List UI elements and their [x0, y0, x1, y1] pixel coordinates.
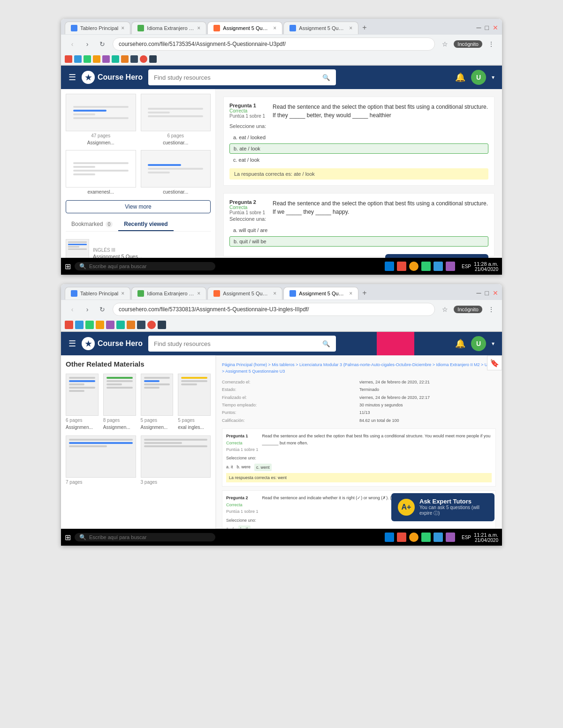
view-more-button[interactable]: View more — [66, 200, 211, 213]
forward-button[interactable]: › — [81, 38, 94, 51]
tab-close-3[interactable]: × — [273, 25, 276, 31]
tab-close-4[interactable]: × — [349, 25, 352, 31]
points-label: Puntos: — [222, 409, 358, 416]
doc-line-4 — [73, 117, 129, 119]
tab2-close-2[interactable]: × — [197, 290, 200, 297]
doc-thumbnail-1[interactable] — [66, 94, 136, 131]
material-pages-4: 5 pages — [178, 418, 195, 423]
m-line-1 — [69, 377, 95, 379]
material-thumb-6[interactable] — [141, 435, 211, 478]
tab-assignment-active[interactable]: Assignment 5 Questionnaire U1... × — [207, 22, 282, 34]
taskbar-search-input[interactable] — [89, 263, 154, 269]
m3-line-4 — [144, 387, 160, 389]
taskbar-app-icon-4[interactable] — [421, 262, 431, 271]
taskbar-app-icon-2[interactable] — [397, 262, 406, 271]
search-button[interactable]: 🔍 — [322, 74, 330, 81]
option-2a[interactable]: a. will quit / are — [229, 225, 488, 235]
forward-button-2[interactable]: › — [81, 303, 94, 316]
windows-start-icon-2[interactable]: ⊞ — [65, 533, 71, 542]
doc-thumbnail-4[interactable] — [141, 150, 211, 188]
maximize-button-2[interactable]: □ — [485, 289, 489, 297]
taskbar-search-input-2[interactable] — [89, 534, 154, 540]
hamburger-menu-icon[interactable]: ☰ — [68, 72, 76, 83]
back-button-2[interactable]: ‹ — [66, 303, 79, 316]
taskbar-app-icon-5[interactable] — [434, 262, 443, 271]
toolbar-icon-2 — [74, 55, 82, 63]
material-thumb-5[interactable] — [66, 435, 136, 478]
tab2-close-4[interactable]: × — [349, 290, 352, 297]
points-value: 11/13 — [359, 409, 496, 416]
user-avatar[interactable]: U — [471, 70, 486, 85]
tab-recently-viewed[interactable]: Recently viewed — [118, 218, 173, 231]
question-text-1: Read the sentence and the select the opt… — [273, 103, 488, 120]
option-2b[interactable]: b. quit / will be — [229, 236, 488, 247]
bookmark-button[interactable]: 🔖 — [487, 355, 502, 370]
option-1a[interactable]: a. eat / looked — [229, 133, 488, 142]
address-bar-input-2[interactable] — [113, 303, 435, 316]
toolbar-icon-3 — [84, 55, 91, 63]
tab-tablero[interactable]: Tablero Principal × — [65, 22, 130, 34]
minimize-button[interactable]: ─ — [477, 24, 481, 31]
search-input[interactable] — [154, 74, 322, 81]
taskbar2-app-icon-1[interactable] — [385, 533, 394, 542]
taskbar2-app-icon-3[interactable] — [409, 533, 418, 542]
close-button-2[interactable]: ✕ — [493, 289, 498, 297]
material-thumb-2[interactable] — [103, 374, 136, 416]
new-tab-button-2[interactable]: + — [359, 286, 369, 300]
reload-button-2[interactable]: ↻ — [96, 303, 109, 316]
new-tab-button[interactable]: + — [359, 21, 369, 35]
tab2-close-1[interactable]: × — [121, 290, 124, 297]
close-button[interactable]: ✕ — [493, 24, 498, 31]
question-prompt-2: Seleccione una: — [229, 216, 488, 222]
tab2-assignment1[interactable]: Assignment 5 Questionnaire U1... × — [207, 287, 282, 300]
ask-expert-banner-1[interactable]: A+ Ask Expert Tutors You can ask 5 quest… — [385, 254, 488, 258]
tab-assignment2[interactable]: Assignment 5 Questionnaire U3... × — [283, 22, 358, 34]
bookmark-star-2[interactable]: ☆ — [439, 303, 451, 315]
material-thumb-4[interactable] — [178, 374, 211, 416]
notification-bell-icon[interactable]: 🔔 — [455, 72, 465, 83]
taskbar-app-icon-1[interactable] — [385, 262, 394, 271]
tab-idioma[interactable]: Idioma Extranjero | v2: Assignm... × — [131, 22, 206, 34]
taskbar2-app-icon-5[interactable] — [434, 533, 443, 542]
tab2-idioma[interactable]: Idioma Extranjero | v2: Assignm... × — [131, 287, 206, 300]
avatar-chevron-icon[interactable]: ▾ — [492, 74, 495, 81]
notification-bell-icon-2[interactable]: 🔔 — [455, 338, 465, 349]
recent-line-3 — [68, 246, 79, 248]
tab-close-2[interactable]: × — [197, 25, 200, 31]
tab-close-1[interactable]: × — [121, 25, 124, 31]
menu-button-2[interactable]: ⋮ — [485, 303, 497, 315]
doc-thumbnail-3[interactable] — [66, 150, 136, 188]
taskbar2-app-icon-4[interactable] — [421, 533, 431, 542]
avatar-chevron-icon-2[interactable]: ▾ — [492, 340, 495, 347]
user-avatar-2[interactable]: U — [471, 336, 486, 351]
material-thumb-1[interactable] — [66, 374, 99, 416]
tab2-assignment3-active[interactable]: Assignment 5 Questionnaire U3... × — [283, 287, 358, 300]
tab2-tablero[interactable]: Tablero Principal × — [65, 287, 130, 300]
material-thumb-3[interactable] — [141, 374, 174, 416]
option-1b[interactable]: b. ate / look — [229, 143, 488, 154]
search-button-2[interactable]: 🔍 — [322, 340, 330, 347]
reload-button[interactable]: ↻ — [96, 38, 109, 51]
taskbar2-app-icon-6[interactable] — [446, 533, 455, 542]
windows-start-icon[interactable]: ⊞ — [65, 262, 71, 271]
tab2-close-3[interactable]: × — [273, 290, 276, 297]
doc-thumbnail-2[interactable] — [141, 94, 211, 131]
ask-expert-banner-2[interactable]: A+ Ask Expert Tutors You can ask 5 quest… — [391, 493, 495, 521]
bookmark-star[interactable]: ☆ — [439, 38, 451, 50]
recent-thumb-1 — [66, 239, 89, 258]
maximize-button[interactable]: □ — [485, 24, 489, 31]
taskbar-app-icon-6[interactable] — [446, 262, 455, 271]
taskbar-app-icon-3[interactable] — [409, 262, 418, 271]
address-bar-input[interactable] — [113, 38, 435, 51]
coursehero-logo-2: ★ Course Hero — [82, 337, 143, 350]
taskbar2-app-icon-2[interactable] — [397, 533, 406, 542]
menu-button[interactable]: ⋮ — [485, 38, 497, 50]
search-input-2[interactable] — [154, 340, 322, 347]
back-button[interactable]: ‹ — [66, 38, 79, 51]
recent-item-1[interactable]: INGLÉS III Assignment 5 Ques... — [66, 235, 211, 258]
minimize-button-2[interactable]: ─ — [477, 289, 481, 297]
tab-bookmarked[interactable]: Bookmarked 0 — [66, 218, 118, 231]
option-1c[interactable]: c. eat / look — [229, 155, 488, 165]
hamburger-menu-icon-2[interactable]: ☰ — [68, 338, 76, 349]
coursehero-header-2: ☰ ★ Course Hero 🔍 🔔 U ▾ — [61, 332, 502, 355]
